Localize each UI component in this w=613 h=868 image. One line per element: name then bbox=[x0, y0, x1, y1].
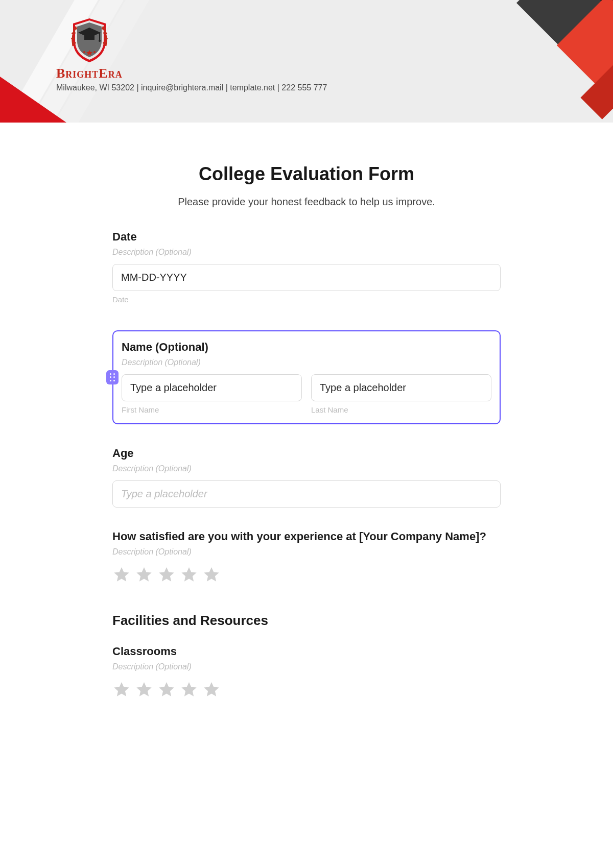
field-desc-classrooms: Description (Optional) bbox=[112, 662, 501, 671]
header-band: BrightEra Milwaukee, WI 53202 | inquire@… bbox=[0, 0, 613, 123]
star-icon[interactable] bbox=[112, 566, 131, 584]
form-title: College Evaluation Form bbox=[112, 163, 501, 185]
brand-contact: Milwaukee, WI 53202 | inquire@brightera.… bbox=[56, 83, 327, 92]
star-icon[interactable] bbox=[157, 681, 176, 699]
brand-name: BrightEra bbox=[56, 66, 327, 81]
field-label-classrooms: Classrooms bbox=[112, 645, 501, 658]
field-label-satisfaction: How satisfied are you with your experien… bbox=[112, 530, 501, 543]
star-icon[interactable] bbox=[135, 566, 153, 584]
star-icon[interactable] bbox=[202, 681, 221, 699]
form-subtitle: Please provide your honest feedback to h… bbox=[112, 196, 501, 208]
star-rating-satisfaction bbox=[112, 566, 501, 584]
section-facilities-heading: Facilities and Resources bbox=[112, 613, 501, 629]
sublabel-date: Date bbox=[112, 295, 501, 304]
field-label-name: Name (Optional) bbox=[122, 341, 491, 354]
svg-point-3 bbox=[99, 40, 101, 42]
star-icon[interactable] bbox=[202, 566, 221, 584]
field-date: Date Description (Optional) Date bbox=[112, 230, 501, 304]
star-icon[interactable] bbox=[180, 681, 198, 699]
last-name-input[interactable] bbox=[311, 374, 491, 401]
star-icon[interactable] bbox=[112, 681, 131, 699]
brand-block: BrightEra Milwaukee, WI 53202 | inquire@… bbox=[56, 15, 327, 92]
field-desc-age: Description (Optional) bbox=[112, 464, 501, 473]
field-age: Age Description (Optional) bbox=[112, 447, 501, 508]
field-desc-name: Description (Optional) bbox=[122, 358, 491, 367]
date-input[interactable] bbox=[112, 264, 501, 291]
field-desc-date: Description (Optional) bbox=[112, 248, 501, 257]
field-name[interactable]: Name (Optional) Description (Optional) F… bbox=[112, 330, 501, 424]
field-desc-satisfaction: Description (Optional) bbox=[112, 547, 501, 557]
star-icon[interactable] bbox=[135, 681, 153, 699]
brand-logo bbox=[64, 15, 115, 64]
sublabel-first-name: First Name bbox=[122, 405, 302, 414]
svg-point-12 bbox=[83, 51, 85, 53]
svg-point-14 bbox=[93, 51, 96, 53]
form-area: College Evaluation Form Please provide y… bbox=[112, 163, 501, 699]
field-label-age: Age bbox=[112, 447, 501, 460]
age-input[interactable] bbox=[112, 480, 501, 508]
star-rating-classrooms bbox=[112, 681, 501, 699]
drag-handle-icon[interactable] bbox=[106, 370, 119, 384]
field-classrooms: Classrooms Description (Optional) bbox=[112, 645, 501, 699]
field-satisfaction: How satisfied are you with your experien… bbox=[112, 530, 501, 584]
star-icon[interactable] bbox=[157, 566, 176, 584]
field-label-date: Date bbox=[112, 230, 501, 244]
svg-rect-1 bbox=[84, 35, 95, 40]
decorative-corner bbox=[455, 0, 613, 123]
first-name-input[interactable] bbox=[122, 374, 302, 401]
star-icon[interactable] bbox=[180, 566, 198, 584]
sublabel-last-name: Last Name bbox=[311, 405, 491, 414]
